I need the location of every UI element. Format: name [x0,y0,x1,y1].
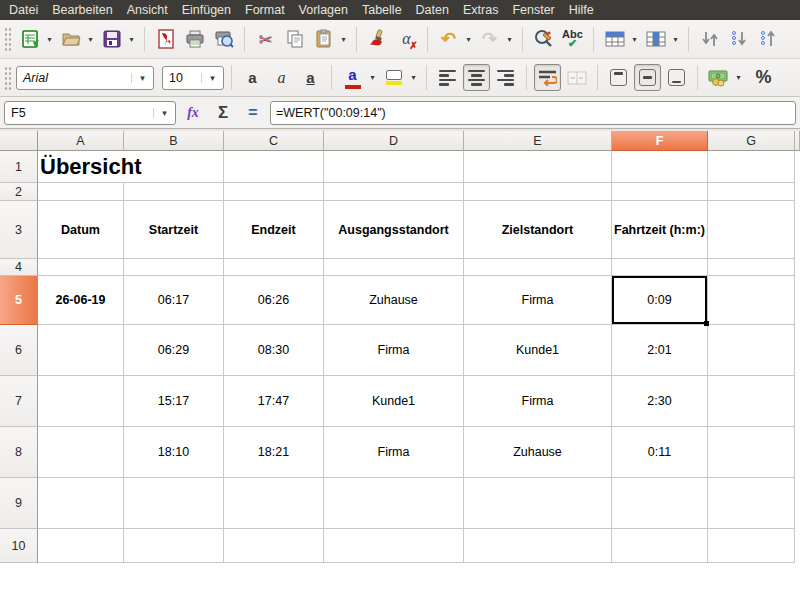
column-header-C[interactable]: C [224,131,324,151]
select-all-corner[interactable] [0,131,38,151]
print-button[interactable] [181,26,208,53]
font-color-button[interactable]: a [339,64,366,91]
font-size-value[interactable]: 10 [163,71,201,85]
row-header-6[interactable]: 6 [0,325,38,376]
column-header-F[interactable]: F [612,131,708,151]
save-button[interactable] [98,26,125,53]
cell-E2[interactable] [464,183,612,201]
cell-C5[interactable]: 06:26 [224,276,324,325]
paste-dropdown[interactable]: ▾ [338,26,349,53]
new-document-button[interactable] [16,26,43,53]
cell-A4[interactable] [38,259,124,276]
merge-cells-button[interactable] [563,64,590,91]
column-header-D[interactable]: D [324,131,464,151]
name-box[interactable]: F5 ▾ [4,101,176,125]
cell-E3[interactable]: Zielstandort [464,201,612,259]
copy-button[interactable] [281,26,308,53]
cell-F7[interactable]: 2:30 [612,376,708,427]
cell-B6[interactable]: 06:29 [124,325,224,376]
row-header-8[interactable]: 8 [0,427,38,478]
font-name-value[interactable]: Arial [17,71,131,85]
row-header-9[interactable]: 9 [0,478,38,529]
cell-F5[interactable]: 0:09 [612,276,708,325]
cell-G6[interactable] [708,325,795,376]
cell-D9[interactable] [324,478,464,529]
row-header-7[interactable]: 7 [0,376,38,427]
row-header-3[interactable]: 3 [0,201,38,259]
wrap-text-button[interactable] [534,64,561,91]
cell-B2[interactable] [124,183,224,201]
cell-B5[interactable]: 06:17 [124,276,224,325]
cell-F6[interactable]: 2:01 [612,325,708,376]
insert-column-button[interactable] [642,26,669,53]
align-vertical-center-button[interactable] [634,64,661,91]
row-header-1[interactable]: 1 [0,151,38,183]
formula-input[interactable]: =WERT("00:09:14") [270,101,796,125]
cell-F4[interactable] [612,259,708,276]
cell-A7[interactable] [38,376,124,427]
column-header-G[interactable]: G [708,131,795,151]
menu-tabelle[interactable]: Tabelle [355,1,409,19]
cell-G1[interactable] [708,151,795,183]
menu-bearbeiten[interactable]: Bearbeiten [45,1,119,19]
paste-button[interactable] [310,26,337,53]
cell-D10[interactable] [324,529,464,563]
open-button[interactable] [57,26,84,53]
cell-D6[interactable]: Firma [324,325,464,376]
cell-C3[interactable]: Endzeit [224,201,324,259]
row-header-2[interactable]: 2 [0,183,38,201]
cell-B8[interactable]: 18:10 [124,427,224,478]
cell-A2[interactable] [38,183,124,201]
percent-format-button[interactable]: % [750,64,777,91]
font-name-combo[interactable]: Arial ▾ [16,66,154,90]
clone-formatting-button[interactable] [364,26,391,53]
align-top-button[interactable] [605,64,632,91]
cell-D5[interactable]: Zuhause [324,276,464,325]
menu-ansicht[interactable]: Ansicht [120,1,175,19]
sort-ascending-button[interactable] [725,26,752,53]
column-header-E[interactable]: E [464,131,612,151]
cell-B10[interactable] [124,529,224,563]
cell-F9[interactable] [612,478,708,529]
cell-D2[interactable] [324,183,464,201]
sum-button[interactable]: Σ [210,100,236,126]
align-center-button[interactable] [463,64,490,91]
insert-row-button[interactable] [601,26,628,53]
align-left-button[interactable] [434,64,461,91]
row-header-4[interactable]: 4 [0,259,38,276]
cell-C6[interactable]: 08:30 [224,325,324,376]
toolbar-grip[interactable] [3,65,11,91]
cell-E7[interactable]: Firma [464,376,612,427]
column-header-A[interactable]: A [38,131,124,151]
cell-G3[interactable] [708,201,795,259]
spelling-button[interactable]: Abc✔ [559,26,586,53]
cell-B4[interactable] [124,259,224,276]
currency-format-dropdown[interactable]: ▾ [733,64,744,91]
menu-hilfe[interactable]: Hilfe [562,1,601,19]
font-size-dropdown[interactable]: ▾ [201,73,223,83]
cell-E8[interactable]: Zuhause [464,427,612,478]
cell-A8[interactable] [38,427,124,478]
formula-button[interactable]: = [240,100,266,126]
function-wizard-button[interactable]: fx [180,100,206,126]
menu-einfgen[interactable]: Einfügen [175,1,238,19]
menu-format[interactable]: Format [238,1,292,19]
sort-button[interactable] [696,26,723,53]
cell-A6[interactable] [38,325,124,376]
cell-B7[interactable]: 15:17 [124,376,224,427]
row-header-10[interactable]: 10 [0,529,38,563]
column-header-B[interactable]: B [124,131,224,151]
undo-dropdown[interactable]: ▾ [463,26,474,53]
cell-C9[interactable] [224,478,324,529]
redo-button[interactable]: ↷ [476,26,503,53]
sort-descending-button[interactable] [754,26,781,53]
cell-G10[interactable] [708,529,795,563]
cell-D7[interactable]: Kunde1 [324,376,464,427]
menu-fenster[interactable]: Fenster [505,1,561,19]
cell-A9[interactable] [38,478,124,529]
row-header-5[interactable]: 5 [0,276,38,325]
cell-F10[interactable] [612,529,708,563]
menu-daten[interactable]: Daten [409,1,456,19]
cell-A10[interactable] [38,529,124,563]
underline-button[interactable]: a [297,64,324,91]
